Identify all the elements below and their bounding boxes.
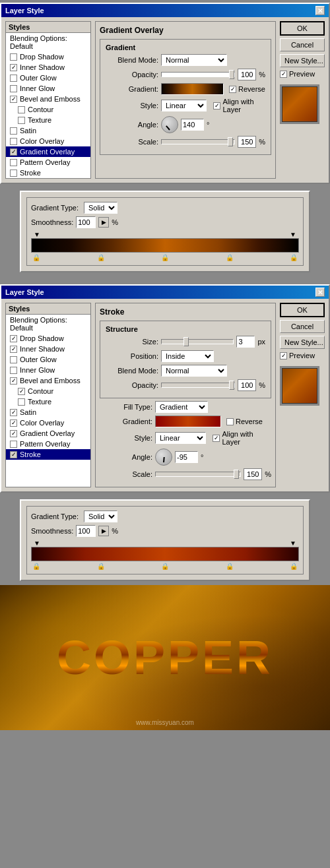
- opacity-value-2[interactable]: 100: [238, 379, 256, 391]
- sidebar2-item-texture[interactable]: Texture: [6, 396, 90, 407]
- opacity-thumb-2[interactable]: [229, 381, 234, 390]
- stop-bottom-1[interactable]: 🔒: [32, 254, 40, 261]
- stop-bottom-3[interactable]: 🔒: [161, 254, 169, 261]
- checkbox-pattern-overlay[interactable]: [10, 159, 17, 166]
- sidebar-item-outer-glow[interactable]: Outer Glow: [6, 73, 90, 83]
- checkbox2-bevel-emboss[interactable]: [10, 377, 17, 385]
- style-select[interactable]: Linear: [161, 100, 207, 111]
- sidebar2-item-satin[interactable]: Satin: [6, 407, 90, 418]
- checkbox-bevel-emboss[interactable]: [10, 96, 17, 103]
- sidebar2-item-bevel-emboss[interactable]: Bevel and Emboss: [6, 375, 90, 386]
- blend-mode-select-2[interactable]: Normal: [161, 365, 227, 377]
- smoothness-stepper-1[interactable]: ▶: [98, 217, 109, 228]
- opacity-thumb[interactable]: [229, 70, 234, 79]
- ok-button-2[interactable]: OK: [280, 303, 325, 317]
- ok-button-1[interactable]: OK: [280, 21, 325, 36]
- new-style-button-2[interactable]: New Style...: [280, 336, 325, 349]
- scale-thumb-2[interactable]: [234, 470, 239, 479]
- gradient-bar-1[interactable]: [31, 238, 299, 253]
- sidebar-item-blending[interactable]: Blending Options: Default: [6, 33, 90, 51]
- smoothness-input-1[interactable]: 100: [76, 216, 96, 228]
- position-select[interactable]: Inside: [161, 350, 214, 362]
- stop2-bottom-3[interactable]: 🔒: [161, 563, 169, 570]
- align-layer-checkbox-2[interactable]: [213, 435, 220, 442]
- sidebar-item-gradient-overlay[interactable]: Gradient Overlay: [6, 146, 90, 157]
- preview-checkbox-1[interactable]: [280, 71, 287, 78]
- size-input[interactable]: [236, 336, 255, 348]
- stop-bottom-5[interactable]: 🔒: [290, 254, 298, 261]
- checkbox2-pattern-overlay[interactable]: [10, 441, 17, 448]
- close-button-2[interactable]: ✕: [315, 288, 325, 297]
- smoothness-stepper-2[interactable]: ▶: [98, 526, 109, 536]
- stop2-bottom-2[interactable]: 🔒: [97, 563, 105, 570]
- checkbox2-outer-glow[interactable]: [10, 356, 17, 363]
- sidebar-item-contour[interactable]: Contour: [6, 104, 90, 115]
- blend-mode-select[interactable]: Normal: [161, 54, 227, 66]
- gradient-preview-2[interactable]: [155, 416, 221, 427]
- sidebar2-item-inner-glow[interactable]: Inner Glow: [6, 365, 90, 375]
- close-button-1[interactable]: ✕: [315, 6, 325, 15]
- smoothness-input-2[interactable]: 100: [76, 525, 96, 537]
- scale-value-2[interactable]: 150: [244, 468, 262, 480]
- sidebar-item-satin[interactable]: Satin: [6, 125, 90, 136]
- stop2-bottom-5[interactable]: 🔒: [290, 563, 298, 570]
- sidebar2-item-gradient-overlay[interactable]: Gradient Overlay: [6, 428, 90, 439]
- stop-bottom-4[interactable]: 🔒: [226, 254, 234, 261]
- checkbox2-color-overlay[interactable]: [10, 419, 17, 427]
- checkbox2-texture[interactable]: [18, 398, 25, 406]
- gradient-bar-2[interactable]: [31, 547, 299, 561]
- checkbox-drop-shadow[interactable]: [10, 53, 17, 61]
- reverse-checkbox[interactable]: [229, 86, 236, 93]
- angle-input[interactable]: 140: [181, 119, 204, 131]
- checkbox-outer-glow[interactable]: [10, 75, 17, 82]
- checkbox2-contour[interactable]: [18, 388, 25, 395]
- sidebar2-item-pattern-overlay[interactable]: Pattern Overlay: [6, 439, 90, 449]
- checkbox2-stroke[interactable]: [10, 451, 17, 458]
- preview-checkbox-2[interactable]: [280, 352, 287, 359]
- angle-input-2[interactable]: -95: [175, 451, 198, 463]
- checkbox-color-overlay[interactable]: [10, 138, 17, 145]
- checkbox-texture[interactable]: [18, 117, 25, 124]
- checkbox-contour[interactable]: [18, 106, 25, 113]
- opacity-value[interactable]: 100: [238, 69, 256, 80]
- sidebar2-item-stroke[interactable]: Stroke: [6, 449, 90, 460]
- sidebar2-item-blending[interactable]: Blending Options: Default: [6, 315, 90, 333]
- checkbox-gradient-overlay[interactable]: [10, 148, 17, 156]
- scale-value[interactable]: 150: [238, 136, 256, 148]
- size-thumb[interactable]: [183, 337, 189, 346]
- angle-dial[interactable]: [161, 116, 178, 133]
- stop2-bottom-4[interactable]: 🔒: [226, 563, 234, 570]
- checkbox2-inner-shadow[interactable]: [10, 346, 17, 353]
- sidebar-item-texture[interactable]: Texture: [6, 115, 90, 125]
- cancel-button-1[interactable]: Cancel: [280, 38, 325, 51]
- gradient-type-select-1[interactable]: Solid: [84, 202, 117, 214]
- checkbox-inner-glow[interactable]: [10, 85, 17, 92]
- sidebar2-item-inner-shadow[interactable]: Inner Shadow: [6, 344, 90, 354]
- sidebar-item-bevel-emboss[interactable]: Bevel and Emboss: [6, 94, 90, 104]
- checkbox-inner-shadow[interactable]: [10, 64, 17, 71]
- sidebar-item-color-overlay[interactable]: Color Overlay: [6, 136, 90, 146]
- stop-bottom-2[interactable]: 🔒: [97, 254, 105, 261]
- align-layer-checkbox[interactable]: [213, 102, 220, 109]
- gradient-type-select-2[interactable]: Solid: [84, 511, 117, 522]
- new-style-button-1[interactable]: New Style...: [280, 54, 325, 67]
- reverse-checkbox-2[interactable]: [226, 418, 234, 425]
- sidebar-item-stroke[interactable]: Stroke: [6, 168, 90, 178]
- opacity-slider[interactable]: [161, 72, 235, 77]
- scale-slider[interactable]: [161, 139, 235, 144]
- sidebar2-item-contour[interactable]: Contour: [6, 386, 90, 396]
- stop2-bottom-1[interactable]: 🔒: [32, 563, 40, 570]
- checkbox2-inner-glow[interactable]: [10, 367, 17, 374]
- checkbox2-gradient-overlay[interactable]: [10, 430, 17, 437]
- opacity-slider-2[interactable]: [161, 383, 235, 388]
- fill-type-select[interactable]: Gradient: [155, 401, 208, 413]
- sidebar2-item-outer-glow[interactable]: Outer Glow: [6, 354, 90, 365]
- angle-dial-2[interactable]: [155, 449, 172, 466]
- scale-thumb[interactable]: [228, 137, 233, 146]
- sidebar-item-drop-shadow[interactable]: Drop Shadow: [6, 51, 90, 62]
- sidebar-item-inner-shadow[interactable]: Inner Shadow: [6, 62, 90, 73]
- checkbox2-satin[interactable]: [10, 409, 17, 416]
- size-slider[interactable]: [161, 339, 234, 344]
- checkbox-stroke[interactable]: [10, 170, 17, 177]
- checkbox2-drop-shadow[interactable]: [10, 335, 17, 342]
